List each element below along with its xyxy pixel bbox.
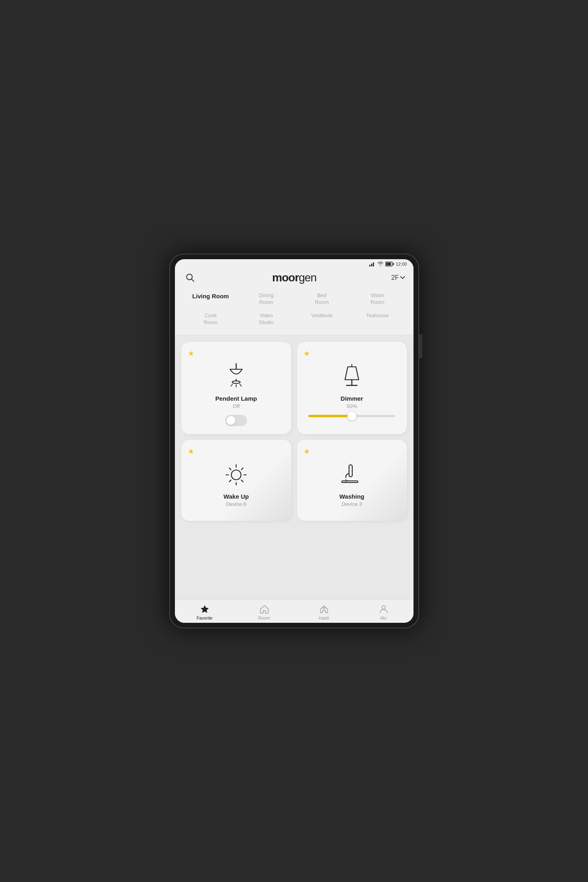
room-row-1: Living Room DiningRoom BedRoom WashRoom bbox=[183, 290, 405, 308]
table-lamp-icon bbox=[338, 363, 366, 391]
wake-up-status: Device 6 bbox=[188, 501, 285, 507]
tab-vestibule[interactable]: Vestibule bbox=[294, 310, 350, 329]
signal-icon bbox=[369, 262, 376, 266]
svg-rect-4 bbox=[386, 263, 391, 266]
wifi-icon bbox=[377, 262, 384, 266]
pendent-lamp-toggle-wrap bbox=[188, 415, 285, 426]
room-nav-icon bbox=[259, 604, 270, 614]
svg-rect-5 bbox=[393, 263, 394, 265]
favorite-star-pendent-lamp[interactable]: ★ bbox=[188, 349, 194, 358]
time-display: 12:00 bbox=[396, 262, 407, 266]
device-card-dimmer[interactable]: ★ Dimmer 50% bbox=[297, 342, 407, 434]
pendent-lamp-name: Pendent Lamp bbox=[188, 395, 285, 402]
habit-nav-label: Habit bbox=[319, 616, 329, 620]
favorite-nav-label: Favorite bbox=[197, 616, 213, 620]
dimmer-slider-track[interactable] bbox=[308, 415, 396, 417]
bottom-nav: Favorite Room Habit Me bbox=[175, 599, 413, 623]
room-nav-label: Room bbox=[258, 616, 270, 620]
device-card-washing[interactable]: ★ Washing Device 3 bbox=[297, 440, 407, 521]
tab-teahouse[interactable]: Teahouse bbox=[350, 310, 405, 329]
screen: 12:00 moorgen 2F bbox=[175, 259, 413, 623]
wake-up-name: Wake Up bbox=[188, 493, 285, 500]
floor-selector[interactable]: 2F bbox=[391, 274, 405, 281]
svg-line-23 bbox=[241, 480, 243, 481]
search-button[interactable] bbox=[183, 270, 197, 285]
dimmer-name: Dimmer bbox=[303, 395, 401, 402]
pendent-lamp-toggle-knob bbox=[226, 416, 235, 425]
nav-item-me[interactable]: Me bbox=[354, 604, 413, 620]
favorite-star-wake-up[interactable]: ★ bbox=[188, 447, 194, 456]
search-icon bbox=[186, 273, 195, 282]
svg-rect-0 bbox=[369, 265, 370, 266]
svg-line-22 bbox=[229, 468, 231, 469]
wake-up-icon-wrap bbox=[188, 461, 285, 489]
dimmer-slider-wrap bbox=[303, 415, 401, 417]
dimmer-slider-fill bbox=[308, 415, 352, 417]
pendent-lamp-icon-wrap bbox=[188, 363, 285, 391]
svg-line-11 bbox=[231, 384, 233, 386]
nav-item-habit[interactable]: Habit bbox=[294, 604, 354, 620]
nav-item-room[interactable]: Room bbox=[235, 604, 294, 620]
svg-marker-30 bbox=[201, 605, 209, 613]
header: moorgen 2F bbox=[175, 267, 413, 290]
svg-rect-27 bbox=[342, 481, 358, 483]
pendent-lamp-toggle[interactable] bbox=[225, 415, 247, 426]
tab-wash-room[interactable]: WashRoom bbox=[350, 290, 405, 308]
svg-rect-1 bbox=[371, 264, 372, 266]
svg-line-7 bbox=[191, 279, 194, 282]
sun-icon bbox=[222, 461, 250, 489]
svg-line-25 bbox=[229, 480, 231, 481]
pendent-lamp-status: Off bbox=[188, 403, 285, 409]
washing-icon-wrap bbox=[303, 461, 401, 489]
favorite-star-dimmer[interactable]: ★ bbox=[303, 349, 310, 358]
habit-nav-icon bbox=[319, 604, 329, 614]
device-card-pendent-lamp[interactable]: ★ Pendent Lamp Off bbox=[181, 342, 291, 434]
svg-point-31 bbox=[323, 607, 325, 609]
me-nav-icon bbox=[378, 604, 389, 614]
tablet-shell: 12:00 moorgen 2F bbox=[169, 254, 419, 628]
room-tabs: Living Room DiningRoom BedRoom WashRoom … bbox=[175, 290, 413, 335]
svg-point-10 bbox=[232, 381, 240, 383]
washing-status: Device 3 bbox=[303, 501, 401, 507]
me-nav-label: Me bbox=[380, 616, 386, 620]
svg-line-13 bbox=[240, 384, 241, 386]
tab-video-studio[interactable]: VideoStudio bbox=[239, 310, 294, 329]
svg-point-32 bbox=[382, 606, 385, 609]
floor-label: 2F bbox=[391, 274, 399, 281]
svg-rect-2 bbox=[373, 262, 374, 266]
status-bar: 12:00 bbox=[175, 259, 413, 267]
device-grid: ★ Pendent Lamp Off bbox=[175, 335, 413, 599]
tab-cook-room[interactable]: CookRoom bbox=[183, 310, 239, 329]
chevron-down-icon bbox=[400, 276, 405, 279]
favorite-star-washing[interactable]: ★ bbox=[303, 447, 310, 456]
dimmer-status: 50% bbox=[303, 403, 401, 409]
tab-living-room[interactable]: Living Room bbox=[183, 290, 239, 308]
battery-icon bbox=[385, 262, 394, 266]
svg-line-24 bbox=[241, 468, 243, 469]
tab-bed-room[interactable]: BedRoom bbox=[294, 290, 350, 308]
washing-name: Washing bbox=[303, 493, 401, 500]
device-card-wake-up[interactable]: ★ Wake Up Device 6 bbox=[181, 440, 291, 521]
dimmer-slider-knob[interactable] bbox=[347, 412, 356, 420]
status-icons: 12:00 bbox=[369, 262, 407, 266]
pendant-lamp-icon bbox=[222, 363, 250, 391]
nav-item-favorite[interactable]: Favorite bbox=[175, 604, 235, 620]
tab-dining-room[interactable]: DiningRoom bbox=[239, 290, 294, 308]
faucet-icon bbox=[338, 461, 366, 489]
app-logo: moorgen bbox=[272, 271, 316, 284]
svg-point-17 bbox=[231, 470, 241, 480]
svg-rect-26 bbox=[349, 465, 352, 477]
dimmer-icon-wrap bbox=[303, 363, 401, 391]
favorite-nav-icon bbox=[199, 604, 210, 614]
room-row-2: CookRoom VideoStudio Vestibule Teahouse bbox=[183, 310, 405, 329]
